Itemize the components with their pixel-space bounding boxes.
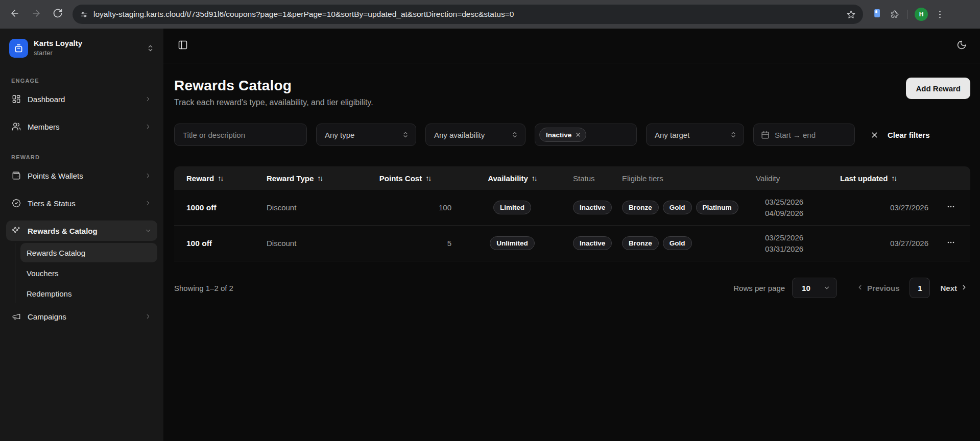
availability-cell: Unlimited: [490, 236, 535, 250]
tier-badge-bronze: Bronze: [622, 236, 659, 250]
sidebar-item-tiers-status[interactable]: Tiers & Status: [6, 193, 157, 213]
bookmark-star-icon[interactable]: [846, 10, 856, 19]
sort-icon: ↑↓: [891, 174, 896, 182]
address-bar[interactable]: loyalty-staging.karts.cloud/t/735d91l6/c…: [73, 5, 863, 24]
status-badge: Inactive: [573, 236, 612, 250]
availability-badge: Limited: [493, 201, 531, 214]
type-select[interactable]: Any type: [316, 124, 416, 146]
rows-per-page-label: Rows per page: [733, 284, 785, 292]
type-select-value: Any type: [325, 131, 396, 139]
panel-left-icon: [178, 40, 188, 52]
add-reward-button[interactable]: Add Reward: [906, 78, 970, 99]
availability-select-value: Any availability: [434, 131, 505, 139]
status-chip[interactable]: Inactive: [539, 128, 586, 142]
sidebar-item-label: Tiers & Status: [28, 199, 76, 208]
screen: loyalty-staging.karts.cloud/t/735d91l6/c…: [0, 0, 980, 441]
app: Karts Loyalty starter ENGAGEDashboardMem…: [0, 29, 980, 441]
megaphone-icon: [12, 312, 21, 321]
column-label: Reward Type: [267, 174, 314, 183]
tier-badge-platinum: Platinum: [696, 201, 738, 214]
next-page-button[interactable]: Next: [940, 284, 968, 292]
org-name: Karts Loyalty: [34, 39, 82, 48]
availability-badge: Unlimited: [490, 236, 535, 250]
topbar: [163, 29, 980, 63]
column-label: Points Cost: [379, 174, 422, 183]
sidebar: Karts Loyalty starter ENGAGEDashboardMem…: [0, 29, 163, 441]
chevron-right-icon: [145, 200, 152, 207]
browser-reload-button[interactable]: [48, 5, 67, 24]
validity-date: 03/25/2026: [765, 197, 840, 208]
sidebar-item-members[interactable]: Members: [6, 116, 157, 137]
table-header-row: Reward↑↓Reward Type↑↓Points Cost↑↓Availa…: [174, 166, 970, 190]
chevron-down-icon: [145, 227, 152, 234]
validity-cell: 03/25/202603/31/2026: [756, 232, 840, 255]
site-settings-icon[interactable]: [80, 10, 88, 19]
availability-select[interactable]: Any availability: [425, 124, 525, 146]
column-header-reward-type[interactable]: Reward Type↑↓: [267, 174, 358, 183]
sidebar-subitem-vouchers[interactable]: Vouchers: [20, 263, 157, 283]
chip-remove-icon[interactable]: [575, 132, 581, 138]
column-label: Last updated: [840, 174, 888, 183]
browser-back-button[interactable]: [5, 5, 25, 24]
table-row: 100 offDiscount5UnlimitedInactiveBronzeG…: [174, 226, 970, 261]
column-header-last-updated[interactable]: Last updated↑↓: [840, 174, 928, 183]
sidebar-item-points-wallets[interactable]: Points & Wallets: [6, 165, 157, 186]
chevron-right-icon: [145, 95, 152, 103]
sidebar-item-dashboard[interactable]: Dashboard: [6, 89, 157, 109]
rows-per-page-value: 10: [802, 284, 823, 292]
eligible-tiers-cell: BronzeGoldPlatinum: [622, 201, 756, 214]
section-label-reward: REWARD: [11, 154, 157, 160]
rows-per-page-select[interactable]: 10: [792, 278, 837, 298]
status-badge: Inactive: [573, 201, 612, 214]
org-switcher[interactable]: Karts Loyalty starter: [6, 36, 157, 60]
moon-icon: [957, 40, 967, 52]
previous-page-button[interactable]: Previous: [856, 284, 899, 292]
sidebar-subitem-redemptions[interactable]: Redemptions: [20, 284, 157, 303]
target-select[interactable]: Any target: [646, 124, 744, 146]
sidebar-toggle-button[interactable]: [178, 40, 188, 52]
page-subtitle: Track each reward's type, availability, …: [174, 98, 373, 107]
column-header-points-cost[interactable]: Points Cost↑↓: [379, 174, 431, 183]
chevrons-up-down-icon: [730, 131, 737, 138]
date-range-value: Start → end: [775, 131, 816, 139]
validity-date: 04/09/2026: [765, 208, 840, 219]
ellipsis-icon: [946, 237, 956, 249]
profile-avatar[interactable]: H: [915, 8, 928, 21]
validity-cell: 03/25/202604/09/2026: [756, 197, 840, 219]
status-chip-label: Inactive: [546, 131, 571, 139]
reward-type: Discount: [267, 203, 358, 212]
theme-toggle-button[interactable]: [957, 40, 967, 52]
chevron-right-icon: [145, 313, 152, 320]
org-plan: starter: [34, 49, 82, 57]
status-cell: Inactive: [573, 201, 622, 214]
sidebar-item-label: Dashboard: [28, 95, 65, 104]
extensions-icon[interactable]: [890, 9, 900, 19]
page-title: Rewards Catalog: [174, 78, 373, 94]
browser-toolbar: loyalty-staging.karts.cloud/t/735d91l6/c…: [0, 0, 980, 29]
column-header-availability[interactable]: Availability↑↓: [488, 174, 537, 183]
sort-icon: ↑↓: [317, 174, 322, 182]
browser-menu-icon[interactable]: [935, 10, 945, 19]
section-label-engage: ENGAGE: [11, 78, 157, 84]
next-label: Next: [940, 284, 957, 292]
browser-forward-button[interactable]: [27, 5, 46, 24]
search-input[interactable]: [175, 131, 306, 139]
sidebar-item-rewards-catalog[interactable]: Rewards & Catalog: [6, 220, 157, 241]
sidebar-subitem-rewards-catalog[interactable]: Rewards Catalog: [20, 243, 157, 262]
side-panel-icon[interactable]: [872, 8, 882, 21]
url-text[interactable]: loyalty-staging.karts.cloud/t/735d91l6/c…: [93, 10, 841, 19]
wallet-icon: [12, 171, 21, 180]
reward-name: 1000 off: [186, 203, 267, 212]
date-range-picker[interactable]: Start → end: [753, 124, 855, 146]
clear-filters-button[interactable]: Clear filters: [870, 131, 930, 139]
row-menu-button[interactable]: [944, 200, 958, 215]
row-menu-button[interactable]: [944, 235, 958, 251]
sidebar-item-campaigns[interactable]: Campaigns: [6, 306, 157, 327]
toolbar-divider: [907, 10, 907, 19]
column-header-reward[interactable]: Reward↑↓: [186, 174, 267, 183]
table-body: 1000 offDiscount100LimitedInactiveBronze…: [174, 190, 970, 261]
reload-icon: [53, 8, 63, 20]
status-filter[interactable]: Inactive: [535, 124, 637, 146]
current-page-indicator[interactable]: 1: [910, 278, 930, 298]
sidebar-item-label: Members: [28, 122, 60, 131]
